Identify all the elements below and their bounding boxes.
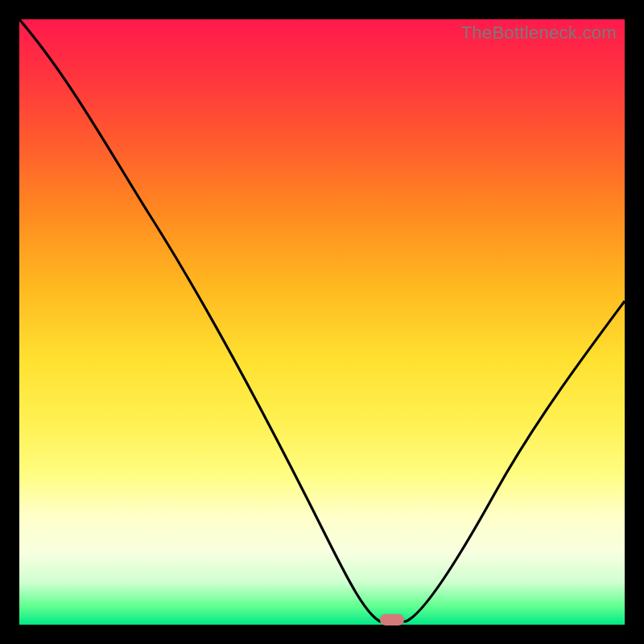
optimal-marker [380, 614, 404, 625]
bottleneck-curve [19, 19, 625, 625]
curve-path [19, 19, 625, 621]
chart-stage: TheBottleneck.com [0, 0, 644, 644]
chart-plot-area: TheBottleneck.com [19, 19, 625, 625]
